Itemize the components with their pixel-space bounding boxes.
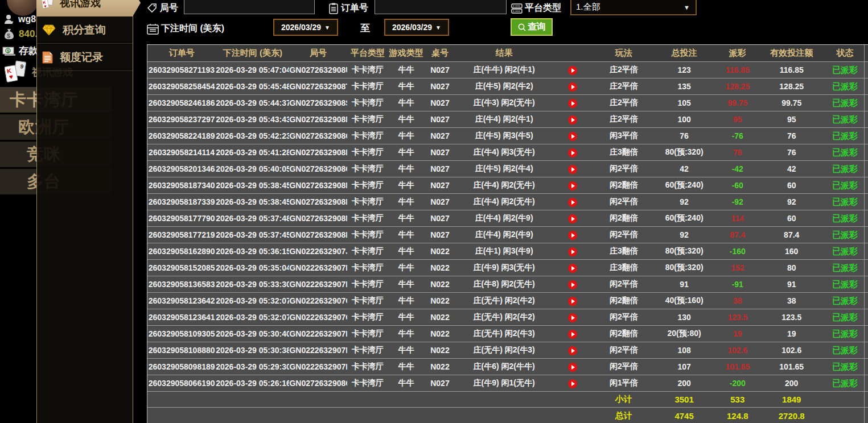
order-input[interactable] [375,0,507,14]
cell-status: 已派彩 [822,98,868,109]
cell-status: 已派彩 [822,81,868,92]
cell-total_bet: 91 [655,280,714,289]
cell-valid_bet: 87.4 [762,230,822,239]
cell-order: 260329058224189 [147,131,216,140]
menu-item-video-games-active[interactable]: K ♥ 视讯游戏 [36,0,141,16]
cell-status: 已派彩 [822,114,868,125]
menu-item-label: 额度记录 [60,50,103,65]
cell-time: 2026-03-29 05:38:45 [216,197,289,206]
cell-table_no: N027 [424,65,456,74]
cell-platform: 卡卡湾厅 [347,378,388,388]
menu-item-quota-records[interactable]: 额度记录 [37,44,133,71]
cell-round: GN0222632907J [289,247,347,256]
subtotal-valid-bet: 1849 [762,395,822,404]
menu-item-points-query[interactable]: 积分查询 [37,16,133,44]
play-video-button[interactable] [568,165,577,174]
cell-round: GN0272632908T [289,82,347,91]
cell-payout: -42 [714,164,762,173]
play-video-button[interactable] [568,66,577,75]
play-video-button[interactable] [568,181,577,190]
date-to-picker[interactable]: 2026/03/29 ▼ [384,19,449,36]
balance-row: $ 840. [3,28,38,40]
platform-label: 平台类型 [525,2,561,14]
cell-total_bet: 200 [655,379,714,388]
cell-payout: 38 [714,296,762,305]
date-to-value: 2026/03/29 [392,23,432,32]
table-row: 2603290581628902026-03-29 05:36:15GN0222… [147,243,868,260]
cell-result: 庄(牛4) 闲2(牛1) [456,114,553,125]
cell-result: 庄(牛5) 闲2(牛2) [456,81,553,92]
play-video-button[interactable] [568,247,577,256]
cell-order: 260329058246186 [147,98,216,107]
table-row: 2603290582461862026-03-29 05:44:37GN0272… [147,95,868,111]
search-button[interactable]: 查询 [511,18,553,36]
cell-total_bet: 80(预:320) [655,246,714,256]
play-video-button[interactable] [568,231,577,240]
cell-order: 260329058109305 [147,329,216,338]
play-video-button[interactable] [568,99,577,108]
cell-payout: 101.65 [714,362,762,371]
column-header: 局号 [289,48,347,59]
cell-time: 2026-03-29 05:45:48 [216,82,289,91]
cell-play_type: 闲2翻倍 [593,296,655,306]
cell-play_type: 庄3翻倍 [593,147,655,157]
search-icon [517,23,526,32]
platform-select[interactable]: 1.全部 ▼ [570,0,697,15]
cell-table_no: N027 [424,82,456,91]
cell-round: GN0272632908C [289,379,347,388]
play-video-button[interactable] [568,82,577,92]
cell-total_bet: 60(预:240) [655,213,714,223]
cell-result: 庄(牛牛) 闲2(牛1) [456,65,553,75]
cell-platform: 卡卡湾厅 [347,131,388,141]
play-cell [552,164,593,173]
table-row: 2603290580981892026-03-29 05:29:30GN0222… [147,359,868,375]
play-video-button[interactable] [568,132,577,141]
cell-valid_bet: 123.5 [762,313,822,322]
cell-game: 牛牛 [388,345,424,355]
cell-payout: -160 [714,247,762,256]
play-icon [571,200,575,205]
play-icon [571,299,575,304]
cell-round: GN0272632908R [289,115,347,124]
cell-time: 2026-03-29 05:35:04 [216,263,289,272]
cell-total_bet: 80(预:320) [655,147,714,157]
cell-platform: 卡卡湾厅 [347,329,388,339]
play-video-button[interactable] [568,330,577,339]
cell-time: 2026-03-29 05:37:45 [216,230,289,239]
cell-round: GN0222632907G [289,296,347,305]
cell-play_type: 闲2平倍 [593,197,655,207]
cell-round: GN0222632907H [289,280,347,289]
betting-records-page: * wg8 $ 840. $ 存款 9 K ♥ 视讯游戏 卡卡湾厅欧洲厅竞 [0,0,868,423]
play-video-button[interactable] [568,363,577,372]
menu-item-label: 视讯游戏 [60,0,101,10]
play-video-button[interactable] [568,313,577,322]
play-video-button[interactable] [568,115,577,125]
play-video-button[interactable] [568,198,577,207]
play-video-button[interactable] [568,346,577,355]
table-row: 2603290581236412026-03-29 05:32:07GN0222… [147,309,868,326]
cell-game: 牛牛 [388,279,424,289]
round-input[interactable] [184,0,315,14]
play-icon [571,233,575,238]
cell-platform: 卡卡湾厅 [347,296,388,306]
play-cell [552,147,593,157]
play-video-button[interactable] [568,148,577,157]
deposit-row[interactable]: $ 存款 [2,44,38,57]
play-video-button[interactable] [568,297,577,306]
cell-valid_bet: 102.6 [762,346,822,355]
subtotal-payout: 533 [714,395,762,404]
play-video-button[interactable] [568,264,577,273]
cell-total_bet: 107 [655,362,714,371]
column-header: 玩法 [593,48,655,59]
cell-play_type: 庄2平倍 [593,98,655,108]
play-video-button[interactable] [568,280,577,289]
play-video-button[interactable] [568,379,577,388]
cell-valid_bet: 116.85 [762,65,822,74]
play-video-button[interactable] [568,214,577,223]
column-header: 状态 [822,48,868,59]
play-icon [571,349,575,353]
cell-time: 2026-03-29 05:47:04 [216,65,289,74]
date-from-picker[interactable]: 2026/03/29 ▼ [273,19,338,36]
main-content: 局号 订单号 平台类型 [139,0,868,423]
deposit-label: 存款 [19,44,38,57]
